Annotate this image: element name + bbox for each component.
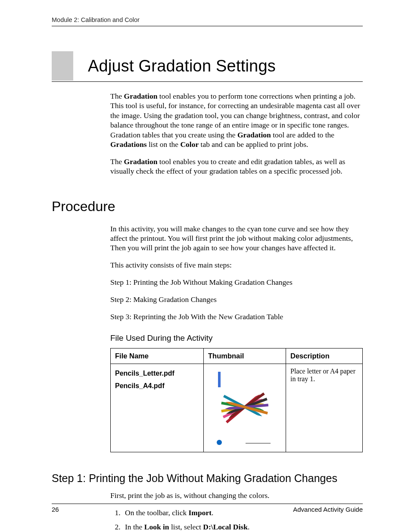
step-ref-1: Step 1: Printing the Job Without Making …: [110, 277, 363, 287]
text: The: [110, 92, 124, 100]
intro-para-1: The Gradation tool enables you to perfor…: [110, 91, 363, 149]
step-ref-2: Step 2: Making Gradation Changes: [110, 295, 363, 304]
col-file-name: File Name: [111, 348, 204, 364]
file-table: File Name Thumbnail Description Pencils_…: [110, 348, 363, 452]
title-swatch: [52, 51, 73, 81]
col-description: Description: [286, 348, 363, 364]
term-gradation: Gradation: [124, 157, 158, 166]
text: tab and can be applied to print jobs.: [199, 140, 308, 149]
cell-file-names: Pencils_Letter.pdf Pencils_A4.pdf: [111, 364, 204, 452]
term-gradation: Gradation: [124, 92, 158, 100]
file-name-2: Pencils_A4.pdf: [115, 380, 199, 392]
page-footer: 26 Advanced Activity Guide: [52, 504, 363, 513]
title-block: Adjust Gradation Settings: [52, 51, 363, 82]
text: In the: [125, 523, 144, 531]
procedure-block: In this activity, you will make changes …: [110, 224, 363, 453]
ui-local-disk: D:\Local Disk: [203, 523, 248, 531]
guide-name: Advanced Activity Guide: [293, 506, 363, 513]
intro-block: The Gradation tool enables you to perfor…: [110, 91, 363, 176]
page-number: 26: [52, 506, 59, 513]
term-gradations: Gradations: [110, 140, 147, 149]
procedure-para-2: This activity consists of five main step…: [110, 260, 363, 270]
text: list on the: [147, 140, 181, 149]
svg-rect-1: [218, 372, 221, 387]
procedure-para-1: In this activity, you will make changes …: [110, 224, 363, 253]
table-header-row: File Name Thumbnail Description: [111, 348, 363, 364]
page-title: Adjust Gradation Settings: [88, 57, 276, 75]
text: list, select: [169, 523, 203, 531]
procedure-heading: Procedure: [52, 199, 363, 215]
term-gradation: Gradation: [237, 131, 271, 139]
step-ref-3: Step 3: Reprinting the Job With the New …: [110, 312, 363, 321]
running-head: Module 2: Calibration and Color: [52, 16, 363, 26]
col-thumbnail: Thumbnail: [204, 348, 286, 364]
pencils-thumbnail-image: [215, 369, 275, 447]
file-name-1: Pencils_Letter.pdf: [115, 367, 199, 380]
term-color: Color: [180, 140, 199, 149]
intro-para-2: The Gradation tool enables you to create…: [110, 157, 363, 176]
svg-rect-21: [246, 443, 271, 444]
file-used-heading: File Used During the Activity: [110, 333, 363, 343]
ui-look-in: Look in: [144, 523, 169, 531]
text: .: [248, 523, 249, 531]
table-row: Pencils_Letter.pdf Pencils_A4.pdf: [111, 364, 363, 452]
text: The: [110, 157, 124, 166]
step1-heading: Step 1: Printing the Job Without Making …: [52, 472, 363, 485]
page: Module 2: Calibration and Color Adjust G…: [0, 0, 411, 532]
cell-description: Place letter or A4 paper in tray 1.: [286, 364, 363, 452]
cell-thumbnail: [204, 364, 286, 452]
svg-point-20: [217, 440, 222, 445]
text: tool are added to the: [271, 131, 334, 139]
list-item: In the Look in list, select D:\Local Dis…: [122, 522, 363, 532]
step1-lead: First, print the job as is, without chan…: [110, 491, 363, 500]
